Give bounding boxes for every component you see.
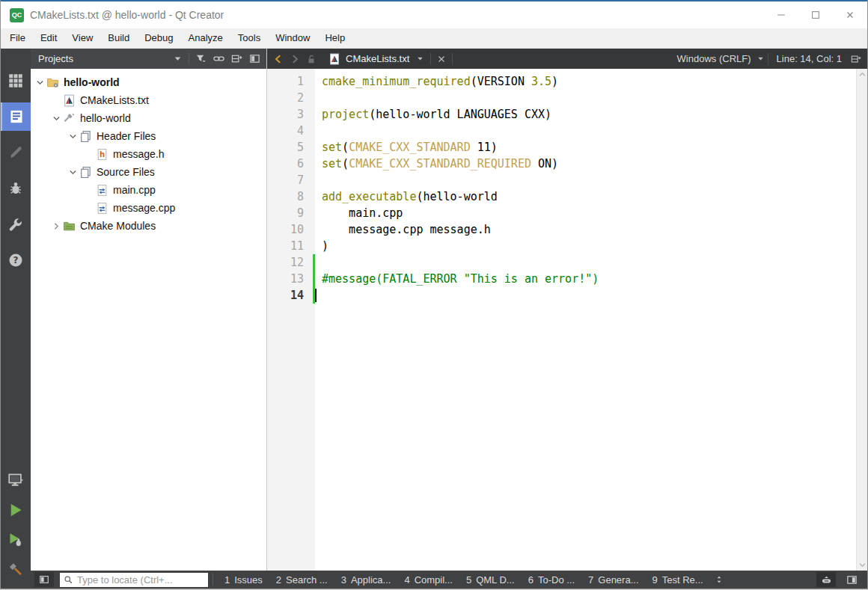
menu-item-file[interactable]: File [2,28,33,48]
kit-selector-button[interactable] [1,467,31,493]
menu-item-debug[interactable]: Debug [137,28,180,48]
line-number[interactable]: 1 [267,73,315,90]
nav-forward-button[interactable] [287,51,303,67]
tree-chevron-down-icon[interactable] [50,112,63,124]
output-pane-5[interactable]: 5QML D... [459,571,522,589]
code-segment: project [322,108,369,121]
code-area[interactable]: cmake_minimum_required(VERSION 3.5)proje… [315,69,856,571]
menu-item-window[interactable]: Window [268,28,317,48]
tree-item-cmake-modules[interactable]: CMake Modules [31,217,266,235]
menu-item-edit[interactable]: Edit [33,28,64,48]
sidebar-item-debug[interactable] [1,174,31,203]
line-number-gutter[interactable]: 1234567891011121314 [267,69,315,571]
filter-icon [195,53,207,64]
cmake-file-icon [63,94,76,107]
line-ending-selector[interactable]: Windows (CRLF) [677,53,765,64]
line-number[interactable]: 8 [267,188,315,205]
tab-cmakelists[interactable]: CMakeLists.txt [326,49,428,69]
tree-item-cmakelists-txt[interactable]: CMakeLists.txt [31,91,266,109]
run-button[interactable] [1,497,31,523]
output-pane-2[interactable]: 2Search ... [269,571,334,589]
line-number[interactable]: 10 [267,221,315,238]
scroll-down-icon[interactable] [858,561,867,569]
toggle-right-sidebar-button[interactable] [842,572,861,587]
sync-with-editor-button[interactable] [210,51,227,67]
tree-chevron-right-icon[interactable] [50,220,63,232]
lock-button[interactable] [303,51,320,67]
sidebar-item-design[interactable] [1,138,31,167]
line-number[interactable]: 4 [267,123,315,139]
scroll-up-icon[interactable] [858,70,867,79]
output-pane-7[interactable]: 7Genera... [581,571,645,589]
maximize-button[interactable] [798,1,833,28]
line-number[interactable]: 14 [267,287,315,304]
filter-button[interactable] [192,51,210,67]
menu-item-analyze[interactable]: Analyze [181,28,230,48]
tree-item-main-cpp[interactable]: main.cpp [31,181,266,199]
menu-item-help[interactable]: Help [317,28,352,48]
tree-chevron-down-icon[interactable] [34,76,46,88]
tree-item-message-h[interactable]: hmessage.h [31,145,266,163]
menu-item-build[interactable]: Build [100,28,137,48]
output-pane-3[interactable]: 3Applica... [334,571,398,589]
tree-item-hello-world[interactable]: hello-world [31,73,266,91]
projects-pane-title[interactable]: Projects [38,53,168,64]
chevron-spacer [83,148,96,160]
output-pane-1[interactable]: 1Issues [218,571,269,589]
line-number[interactable]: 13 [267,271,315,287]
close-panel-button[interactable] [245,51,263,67]
output-pane-9[interactable]: 9Test Re... [646,571,710,589]
locator-input[interactable]: Type to locate (Ctrl+... [60,573,208,587]
code-line-12 [322,254,856,271]
line-number[interactable]: 11 [267,238,315,254]
split-editor-button[interactable] [848,51,864,67]
line-number[interactable]: 3 [267,106,315,123]
output-pane-4[interactable]: 4Compil... [397,571,459,589]
toggle-left-sidebar-button[interactable] [34,572,54,587]
menu-item-tools[interactable]: Tools [230,28,268,48]
code-line-3: project(hello-world LANGUAGES CXX) [322,106,856,123]
split-panel-button[interactable] [227,51,245,67]
sidebar-item-welcome[interactable] [1,67,31,95]
sidebar-item-edit[interactable] [1,102,31,131]
line-number[interactable]: 12 [267,254,315,271]
editor-tab-bar: CMakeLists.txt Windows (CRLF) Line: 14, … [267,49,867,69]
file-group-icon [79,166,92,179]
build-button[interactable] [1,557,31,583]
line-number[interactable]: 2 [267,90,315,106]
line-number[interactable]: 9 [267,205,315,221]
line-number[interactable]: 6 [267,156,315,172]
pane-selector-dropdown[interactable] [168,51,186,67]
maximize-output-pane-button[interactable] [816,572,836,587]
pane-cycle-button[interactable] [712,572,727,587]
tree-item-source-files[interactable]: Source Files [31,163,266,181]
code-segment: main.cpp [322,206,403,220]
minimize-button[interactable] [764,1,798,28]
debug-run-button[interactable] [1,527,31,553]
tree-chevron-down-icon[interactable] [67,166,79,178]
sidebar-item-help[interactable]: ? [1,246,31,274]
chevron-left-icon [273,54,284,64]
locator-placeholder: Type to locate (Ctrl+... [77,574,173,586]
tree-item-hello-world[interactable]: hello-world [31,109,266,127]
editor-scrollbar[interactable] [856,69,867,571]
close-button[interactable] [833,1,867,28]
bug-icon [8,181,23,196]
code-segment: 11) [471,141,498,154]
nav-back-button[interactable] [270,51,287,67]
code-line-10: message.cpp message.h [322,221,856,238]
line-number[interactable]: 5 [267,139,315,156]
pane-label: Genera... [598,574,638,586]
project-folder-icon [46,76,59,89]
tree-item-message-cpp[interactable]: message.cpp [31,199,266,217]
output-pane-6[interactable]: 6To-Do ... [522,571,581,589]
tab-close-button[interactable] [433,51,450,67]
menu-item-view[interactable]: View [64,28,100,48]
line-number[interactable]: 7 [267,172,315,188]
code-line-1: cmake_minimum_required(VERSION 3.5) [322,73,856,90]
sidebar-item-projects[interactable] [1,210,31,239]
pane-number: 7 [588,574,593,586]
tree-chevron-down-icon[interactable] [67,130,79,142]
tree-item-header-files[interactable]: Header Files [31,127,266,145]
tab-dropdown-icon[interactable] [415,54,425,64]
